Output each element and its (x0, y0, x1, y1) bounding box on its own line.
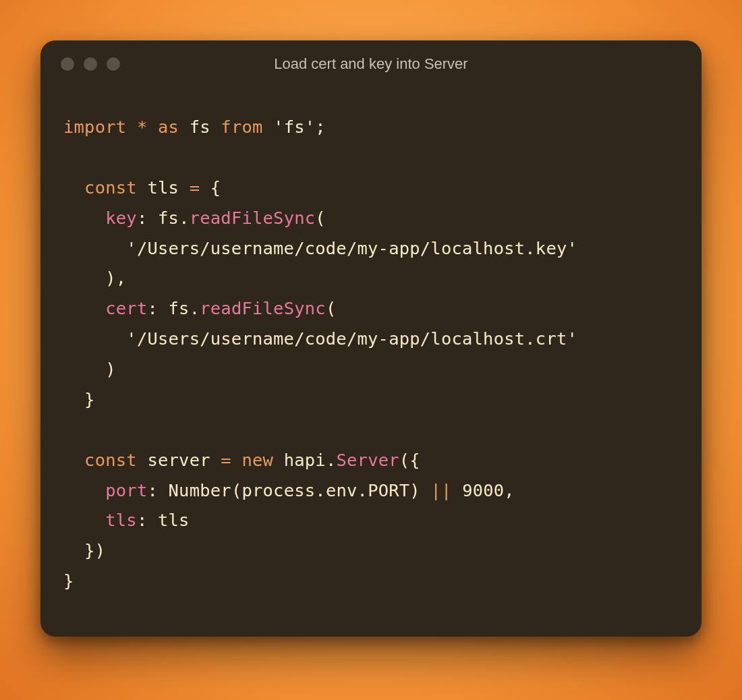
identifier-fs: fs (190, 117, 210, 137)
punct-lbrace: { (210, 177, 221, 198)
operator-or: || (430, 480, 451, 500)
minimize-icon[interactable] (84, 57, 97, 71)
identifier-env: env (326, 480, 358, 500)
close-icon[interactable] (61, 57, 74, 71)
identifier-hapi: hapi (284, 450, 326, 470)
keyword-const: const (84, 177, 137, 198)
punct-dot: . (358, 480, 368, 500)
keyword-as: as (158, 117, 179, 137)
punct-lbrace: { (409, 450, 420, 470)
identifier-number: Number (169, 480, 231, 500)
string-key-path: '/Users/username/code/my-app/localhost.k… (126, 238, 577, 258)
punct-colon: : (137, 510, 148, 530)
identifier-tls: tls (158, 510, 190, 530)
punct-rparen: ) (95, 540, 106, 560)
punct-rbrace: } (84, 540, 95, 560)
punct-lparen: ( (315, 208, 326, 228)
property-key: key (105, 208, 137, 228)
punct-rbrace: } (84, 389, 95, 409)
identifier-port: PORT (368, 480, 409, 500)
property-cert: cert (105, 298, 147, 318)
punct-colon: : (137, 208, 148, 228)
code-area[interactable]: import * as fs from 'fs'; const tls = { … (40, 88, 702, 610)
string-fs-module: 'fs' (273, 117, 315, 137)
punct-rparen: ) (105, 268, 116, 288)
punct-colon: : (147, 298, 158, 318)
keyword-from: from (221, 117, 262, 137)
punct-lparen: ( (399, 450, 410, 470)
identifier-server: server (147, 450, 210, 470)
fn-readfilesync: readFileSync (200, 298, 326, 318)
identifier-tls: tls (147, 177, 179, 198)
punct-rbrace: } (63, 571, 74, 591)
operator-eq: = (221, 450, 231, 470)
operator-eq: = (190, 177, 200, 198)
punct-rparen: ) (105, 359, 116, 379)
window-titlebar: Load cert and key into Server (40, 40, 702, 88)
code-block: import * as fs from 'fs'; const tls = { … (63, 112, 685, 596)
traffic-lights (40, 57, 120, 71)
identifier-fs: fs (158, 208, 179, 228)
punct-comma: , (504, 480, 515, 500)
property-tls: tls (105, 510, 137, 530)
keyword-const: const (84, 450, 137, 470)
keyword-import: import (63, 117, 126, 137)
punct-lparen: ( (231, 480, 242, 500)
property-port: port (105, 480, 147, 500)
fn-readfilesync: readFileSync (190, 208, 316, 228)
identifier-fs: fs (169, 298, 190, 318)
class-server: Server (336, 450, 399, 470)
window-title: Load cert and key into Server (40, 55, 702, 73)
punct-dot: . (190, 298, 200, 318)
operator-star: * (137, 117, 148, 137)
punct-colon: : (147, 480, 158, 500)
punct-lparen: ( (326, 298, 337, 318)
punct-semi: ; (315, 117, 326, 137)
punct-dot: . (179, 208, 190, 228)
punct-dot: . (315, 480, 326, 500)
identifier-process: process (241, 480, 315, 500)
string-cert-path: '/Users/username/code/my-app/localhost.c… (126, 328, 577, 349)
code-window: Load cert and key into Server import * a… (40, 40, 702, 637)
keyword-new: new (241, 450, 273, 470)
number-9000: 9000 (462, 480, 504, 500)
zoom-icon[interactable] (107, 57, 120, 71)
punct-dot: . (326, 450, 337, 470)
punct-comma: , (116, 268, 127, 288)
punct-rparen: ) (409, 480, 420, 500)
page-background: Load cert and key into Server import * a… (0, 0, 742, 700)
